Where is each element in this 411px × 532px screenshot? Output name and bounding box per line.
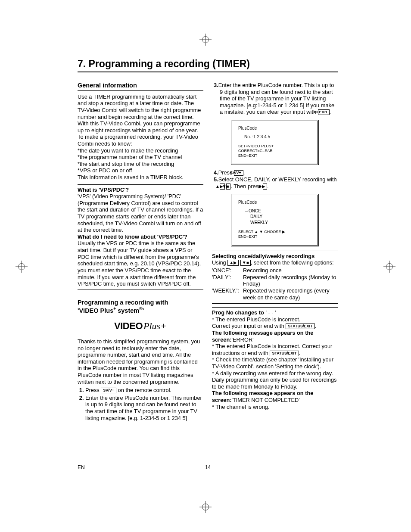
general-heading: General information <box>78 82 203 90</box>
progno-l2: Correct your input or end with STATUS/EX… <box>212 323 338 330</box>
progno-l2-pre: Correct your input or end with <box>212 323 286 329</box>
progno-h3-b: 'TIMER NOT COMPLETED' <box>232 397 300 403</box>
general-bullet-2: *the programme number of the TV channel <box>78 154 203 161</box>
osd1-f1: SET=VIDEO PLUS+ <box>238 144 311 149</box>
step5-post: . <box>267 183 269 190</box>
two-column-layout: General information Use a TIMER programm… <box>78 82 338 422</box>
osd1-line: No. :1 2 3 4 5 <box>238 134 311 140</box>
vps-q1: What is 'VPS/PDC'? <box>78 187 129 193</box>
progno-l5: * A daily recording was entered for the … <box>212 370 338 390</box>
general-tail: This information is saved in a TIMER blo… <box>78 174 203 181</box>
videoplus-heading-l2: 'VIDEO Plus+ system®' <box>78 307 203 315</box>
vps-a2: Usually the VPS or PDC time is the same … <box>78 240 203 287</box>
content-area: 7. Programming a recording (TIMER) Gener… <box>78 58 338 422</box>
progno-l4: * Check the time/date (see chapter 'Inst… <box>212 356 338 370</box>
step-2: Enter the entire PlusCode number. This n… <box>85 395 203 421</box>
step-1: Press SV/V+ on the remote control. <box>85 387 203 394</box>
progno-h-post: ' - - ' <box>264 309 276 316</box>
progno-l2-post: . <box>315 323 317 329</box>
right-column: 3.Enter the entire PlusCode number. This… <box>212 82 338 422</box>
vps-q2: What do I need to know about 'VPS/PDC'? <box>78 233 187 240</box>
page-title: 7. Programming a recording (TIMER) <box>78 58 338 70</box>
title-rule <box>78 72 338 72</box>
registration-mark-left <box>16 261 28 273</box>
progno-h2-b: 'ERROR' <box>232 336 254 343</box>
videoplus-heading-end: ' <box>143 307 144 314</box>
vps-info-box: What is 'VPS/PDC'? 'VPS' (Video Programm… <box>78 184 203 289</box>
osd1-f2: CORRECT=CLEAR <box>238 149 311 153</box>
step-4: 4.Press SV/V+. <box>212 169 338 176</box>
osd1-f3: END=EXIT <box>238 153 311 158</box>
svv-button-icon-2: SV/V+ <box>234 170 243 176</box>
page-number: 14 <box>205 464 211 470</box>
step1-post: on the remote control. <box>116 387 171 393</box>
selectbox-heading: Selecting once/daily/weekly recordings <box>212 253 314 259</box>
general-bullet-3: *the start and stop time of the recordin… <box>78 161 203 168</box>
registration-mark-top <box>199 34 212 46</box>
page-footer: EN 14 <box>78 464 338 470</box>
osd2-opt2: DAILY <box>238 214 311 220</box>
progno-l1: * The entered PlusCode is incorrect. <box>212 316 338 323</box>
progno-h-pre: Prog No changes to <box>212 309 264 316</box>
progno-l3: * The entered PlusCode is incorrect. Cor… <box>212 343 338 356</box>
selectbox-lead: Using ▲▶ ▼■, select from the following o… <box>212 259 338 266</box>
selectbox-lead-pre: Using <box>212 259 227 266</box>
general-body: Use a TIMER programming to automatically… <box>78 93 203 147</box>
general-bullet-4: *VPS or PDC on or off <box>78 167 203 174</box>
osd1-title: PlusCode <box>238 125 311 131</box>
osd2-f1: SELECT ▲ ▼ CHOOSE ▶ <box>238 230 311 234</box>
general-bullet-1: *the date you want to make the recording <box>78 147 203 154</box>
step5-mid: . Then press <box>230 183 262 190</box>
step-5: 5.Select ONCE, DAILY, or WEEKLY recordin… <box>212 176 338 190</box>
videoplus-intro: Thanks to this simplifed programming sys… <box>78 338 203 385</box>
registration-mark-right <box>383 261 395 273</box>
osd2-opt1: →ONCE <box>238 208 311 214</box>
vps-a1: 'VPS' (Video Programming System)/ 'PDC' … <box>78 193 203 233</box>
steps-list-left: Press SV/V+ on the remote control. Enter… <box>78 387 203 421</box>
progno-error-box: Prog No changes to ' - - ' * The entered… <box>212 307 338 412</box>
status-exit-button-icon: STATUS/EXIT <box>286 324 314 329</box>
logo-script: Plus+ <box>143 320 167 331</box>
language-label: EN <box>78 464 85 470</box>
svv-button-icon: SV/V+ <box>101 388 116 393</box>
step5-pre: Select ONCE, DAILY, or WEEKLY recording … <box>218 176 337 183</box>
manual-page: 7. Programming a recording (TIMER) Gener… <box>0 0 411 532</box>
select-frequency-box: Selecting once/daily/weekly recordings U… <box>212 251 338 304</box>
down-button-icon-2: ▼■ <box>240 260 251 266</box>
videoplus-heading-pre: 'VIDEO Plus <box>78 307 113 314</box>
clear-button-icon: CLEAR <box>318 109 330 115</box>
opt-once-key: 'ONCE': <box>212 267 241 274</box>
progno-l6: * The channel is wrong. <box>212 404 338 411</box>
step-3: 3.Enter the entire PlusCode number. This… <box>212 82 338 115</box>
videoplus-logo: VIDEOPlus+ <box>78 320 203 332</box>
osd2-f2: END=EXIT <box>238 234 311 239</box>
step3-end: . <box>330 109 331 115</box>
opt-weekly-key: 'WEEKLY.': <box>212 287 241 294</box>
step1-pre: Press <box>85 387 101 393</box>
down-button-icon: ▼■ <box>226 184 230 190</box>
section-rule <box>78 90 203 91</box>
registration-mark-bottom <box>199 501 212 513</box>
frequency-options: 'ONCE': Recording once 'DAILY': Repeated… <box>212 267 338 301</box>
progno-h2: The following message appears on the scr… <box>212 330 338 343</box>
osd-pluscode-entry: PlusCode No. :1 2 3 4 5 SET=VIDEO PLUS+ … <box>231 120 319 165</box>
videoplus-heading-l1: Programming a recording with <box>78 299 203 307</box>
progno-l3-post: . <box>299 350 301 356</box>
logo-word: VIDEO <box>114 320 143 331</box>
osd2-title: PlusCode <box>238 199 311 205</box>
progno-heading: Prog No changes to ' - - ' <box>212 309 338 316</box>
selectbox-lead-post: , select from the following options: <box>251 259 334 266</box>
opt-daily-key: 'DAILY': <box>212 274 241 281</box>
osd-frequency-select: PlusCode →ONCE DAILY WEEKLY SELECT ▲ ▼ C… <box>231 194 319 246</box>
opt-once-val: Recording once <box>243 267 338 274</box>
opt-daily-val: Repeated daily recordings (Monday to Fri… <box>243 274 338 287</box>
section-rule-2 <box>78 316 203 316</box>
fwd-button-icon: ▶▶ <box>263 184 267 190</box>
osd2-opt3: WEEKLY <box>238 220 311 226</box>
progno-h3: The following message appears on the scr… <box>212 390 338 403</box>
status-exit-button-icon-2: STATUS/EXIT <box>270 351 299 356</box>
step4-post: . <box>243 169 245 176</box>
progno-h2-a: The following message appears on the scr… <box>212 330 313 343</box>
up-button-icon-2: ▲▶ <box>227 260 239 266</box>
left-column: General information Use a TIMER programm… <box>78 82 203 422</box>
